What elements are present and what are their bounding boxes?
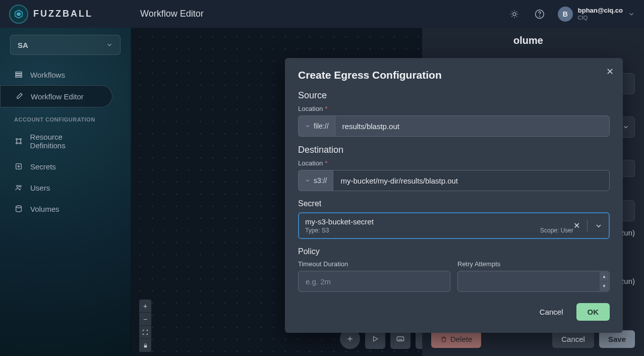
step-down-button[interactable]: ▼ — [600, 282, 609, 291]
svg-point-13 — [17, 185, 19, 187]
step-up-button[interactable]: ▲ — [600, 272, 609, 281]
sidebar-item-workflow-editor[interactable]: Workflow Editor — [0, 85, 112, 107]
chevron-down-icon[interactable] — [595, 222, 603, 230]
cancel-button[interactable]: Cancel — [552, 330, 594, 348]
panel-footer: Delete Cancel Save — [422, 330, 635, 348]
retry-label: Retry Attempts — [457, 260, 610, 268]
secret-header: Secret — [298, 199, 610, 208]
page-title: Workflow Editor — [140, 9, 204, 19]
sidebar-item-label: Users — [30, 184, 50, 192]
timeout-label: Timeout Duration — [298, 260, 450, 268]
canvas[interactable]: + − olume ✕ — [131, 28, 644, 356]
account-config-header: ACCOUNT CONFIGURATION — [0, 107, 131, 127]
zoom-out-button[interactable]: − — [139, 313, 151, 326]
sidebar-item-users[interactable]: Users — [0, 177, 112, 198]
sidebar-item-secrets[interactable]: Secrets — [0, 156, 112, 177]
modal-title: Create Egress Configuration — [298, 69, 610, 81]
source-location-input[interactable] — [335, 115, 610, 137]
svg-rect-5 — [16, 72, 22, 74]
panel-title: olume — [513, 35, 543, 46]
sidebar-item-volumes[interactable]: Volumes — [0, 198, 112, 219]
org-select-value: SA — [18, 41, 28, 49]
svg-rect-16 — [144, 345, 147, 347]
zoom-controls: + − — [139, 300, 151, 352]
zoom-in-button[interactable]: + — [139, 300, 151, 313]
egress-modal: ✕ Create Egress Configuration Source Loc… — [285, 58, 623, 333]
save-button[interactable]: Save — [599, 330, 635, 348]
source-scheme-select[interactable]: file:// — [298, 115, 335, 137]
svg-point-4 — [539, 16, 540, 16]
destination-header: Destination — [298, 145, 610, 155]
svg-point-10 — [16, 143, 17, 144]
source-scheme-value: file:// — [314, 122, 329, 130]
source-location-label: Location* — [298, 105, 610, 112]
user-org: CIQ — [578, 15, 623, 21]
svg-point-8 — [16, 139, 17, 140]
users-icon — [14, 183, 23, 192]
source-header: Source — [298, 90, 610, 101]
delete-button[interactable]: Delete — [431, 330, 481, 348]
svg-marker-1 — [17, 12, 21, 16]
svg-point-2 — [513, 13, 516, 16]
destination-location-input[interactable] — [333, 170, 610, 191]
destination-location-row: s3:// — [298, 170, 610, 191]
volumes-icon — [14, 204, 23, 213]
sidebar-item-label: Volumes — [30, 205, 60, 213]
secret-name: my-s3-bucket-secret — [305, 217, 573, 226]
help-icon[interactable] — [533, 7, 547, 21]
secrets-icon — [14, 162, 23, 171]
sidebar-item-label: Workflows — [30, 71, 65, 79]
svg-point-11 — [20, 143, 21, 144]
retry-stepper: ▲ ▼ — [600, 272, 609, 291]
user-info: bphan@ciq.co CIQ — [578, 7, 623, 20]
sidebar-item-label: Secrets — [30, 162, 56, 171]
destination-scheme-select[interactable]: s3:// — [298, 170, 333, 191]
secret-scope: Scope: User — [540, 227, 573, 234]
destination-location-label: Location* — [298, 159, 610, 167]
sidebar: SA Workflows Workflow Editor ACCOUNT CON… — [0, 28, 131, 356]
sidebar-item-label: Workflow Editor — [31, 92, 84, 101]
org-select[interactable]: SA — [10, 35, 121, 55]
svg-rect-6 — [16, 74, 22, 76]
theme-toggle-icon[interactable] — [507, 7, 521, 21]
secret-type: Type: S3 — [305, 227, 329, 234]
delete-label: Delete — [450, 335, 472, 343]
avatar: B — [558, 7, 573, 22]
svg-rect-7 — [16, 76, 22, 78]
retry-input[interactable] — [457, 271, 610, 292]
destination-scheme-value: s3:// — [314, 176, 327, 185]
chevron-down-icon — [106, 41, 113, 48]
logo: FUZZBALL — [9, 5, 130, 24]
sidebar-item-label: Resource Definitions — [30, 133, 98, 150]
svg-point-9 — [20, 139, 21, 140]
workflows-icon — [14, 70, 23, 79]
topbar: FUZZBALL Workflow Editor B bphan@ciq.co … — [0, 0, 644, 28]
clear-icon[interactable]: ✕ — [573, 221, 580, 230]
fit-button[interactable] — [139, 326, 151, 339]
timeout-input[interactable] — [298, 271, 450, 292]
logo-text: FUZZBALL — [33, 9, 93, 19]
user-menu[interactable]: B bphan@ciq.co CIQ — [558, 7, 635, 22]
user-email: bphan@ciq.co — [578, 7, 623, 14]
logo-badge-icon — [9, 5, 28, 24]
divider — [587, 220, 588, 232]
modal-cancel-button[interactable]: Cancel — [535, 304, 568, 320]
source-location-row: file:// — [298, 115, 610, 137]
resources-icon — [14, 137, 23, 146]
chevron-down-icon — [628, 11, 635, 18]
svg-rect-18 — [397, 337, 403, 341]
modal-ok-button[interactable]: OK — [576, 303, 610, 321]
policy-header: Policy — [298, 247, 610, 256]
sidebar-item-workflows[interactable]: Workflows — [0, 64, 112, 85]
secret-select[interactable]: my-s3-bucket-secret Type: S3 Scope: User… — [298, 212, 610, 239]
lock-button[interactable] — [139, 339, 151, 352]
svg-marker-17 — [373, 336, 377, 341]
svg-point-15 — [16, 206, 22, 208]
chevron-down-icon[interactable] — [622, 124, 629, 131]
edit-icon — [15, 92, 24, 101]
svg-point-14 — [20, 186, 21, 187]
sidebar-item-resource-definitions[interactable]: Resource Definitions — [0, 127, 112, 156]
close-icon[interactable]: ✕ — [606, 66, 614, 77]
